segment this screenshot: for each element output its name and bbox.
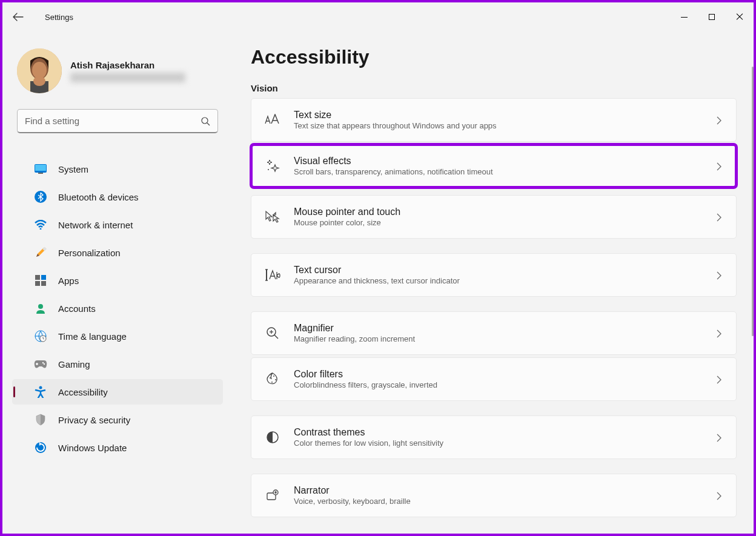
- user-name: Atish Rajasekharan: [70, 60, 185, 70]
- card-narrator[interactable]: Narrator Voice, verbosity, keyboard, bra…: [251, 474, 737, 517]
- svg-point-35: [275, 379, 276, 380]
- window-title: Settings: [45, 13, 73, 22]
- sidebar-item-windows-update[interactable]: Windows Update: [12, 435, 223, 460]
- text-cursor-icon: [265, 267, 280, 283]
- sidebar-item-label: Accounts: [58, 303, 96, 314]
- card-subtitle: Scroll bars, transparency, animations, n…: [294, 167, 717, 176]
- personalization-icon: [34, 246, 47, 259]
- sidebar: Atish Rajasekharan System: [2, 31, 233, 534]
- page-title: Accessibility: [251, 46, 737, 68]
- text-size-icon: [265, 112, 280, 128]
- svg-rect-15: [35, 281, 40, 286]
- svg-line-6: [207, 123, 210, 125]
- sidebar-item-label: System: [58, 164, 88, 174]
- card-text-size[interactable]: Text size Text size that appears through…: [251, 98, 737, 142]
- sidebar-item-label: Windows Update: [58, 443, 127, 453]
- chevron-right-icon: [717, 162, 724, 170]
- maximize-button[interactable]: [698, 8, 726, 26]
- chevron-right-icon: [717, 271, 724, 279]
- card-visual-effects[interactable]: Visual effects Scroll bars, transparency…: [251, 144, 737, 188]
- svg-point-33: [270, 377, 271, 379]
- back-button[interactable]: [2, 2, 34, 31]
- scrollbar[interactable]: [752, 67, 754, 336]
- chevron-right-icon: [717, 213, 724, 220]
- sidebar-item-label: Personalization: [58, 248, 121, 258]
- sidebar-item-personalization[interactable]: Personalization: [12, 240, 223, 265]
- gaming-icon: [34, 357, 47, 371]
- card-title: Narrator: [294, 485, 717, 496]
- color-filters-icon: [265, 371, 280, 387]
- card-title: Magnifier: [294, 323, 717, 334]
- user-profile[interactable]: Atish Rajasekharan: [2, 48, 233, 109]
- svg-point-11: [40, 228, 42, 230]
- svg-rect-14: [41, 275, 46, 280]
- system-icon: [34, 162, 47, 176]
- card-title: Visual effects: [294, 156, 717, 167]
- card-subtitle: Color themes for low vision, light sensi…: [294, 438, 717, 448]
- card-subtitle: Mouse pointer color, size: [294, 218, 717, 227]
- visual-effects-icon: [265, 158, 280, 174]
- card-title: Text size: [294, 110, 717, 121]
- card-subtitle: Magnifier reading, zoom increment: [294, 334, 717, 343]
- time-language-icon: [34, 329, 47, 343]
- windows-update-icon: [34, 441, 47, 454]
- svg-point-36: [271, 382, 273, 383]
- svg-point-22: [44, 363, 45, 365]
- apps-icon: [34, 274, 47, 287]
- narrator-icon: [265, 488, 280, 503]
- search-icon: [201, 116, 210, 126]
- svg-point-25: [268, 169, 269, 170]
- chevron-right-icon: [717, 329, 724, 337]
- back-arrow-icon: [13, 13, 24, 21]
- maximize-icon: [709, 14, 715, 20]
- chevron-right-icon: [717, 492, 724, 499]
- contrast-icon: [265, 429, 280, 445]
- sidebar-item-apps[interactable]: Apps: [12, 268, 223, 293]
- bluetooth-icon: [34, 190, 47, 203]
- sidebar-item-accessibility[interactable]: Accessibility: [12, 379, 223, 405]
- nav-list: System Bluetooth & devices Network & int…: [2, 143, 233, 460]
- sidebar-item-system[interactable]: System: [12, 156, 223, 182]
- svg-rect-9: [38, 173, 43, 174]
- sidebar-item-label: Privacy & security: [58, 415, 130, 425]
- section-header: Vision: [251, 83, 737, 93]
- sidebar-item-bluetooth[interactable]: Bluetooth & devices: [12, 184, 223, 210]
- svg-point-21: [42, 362, 44, 363]
- search-box[interactable]: [17, 109, 218, 133]
- card-list: Text size Text size that appears through…: [251, 98, 737, 520]
- sidebar-item-accounts[interactable]: Accounts: [12, 296, 223, 321]
- svg-point-2: [32, 62, 47, 79]
- svg-point-5: [202, 117, 208, 124]
- accessibility-icon: [34, 385, 47, 399]
- card-title: Color filters: [294, 369, 717, 380]
- sidebar-item-label: Time & language: [58, 331, 127, 342]
- minimize-button[interactable]: [670, 8, 698, 26]
- svg-rect-16: [41, 281, 46, 286]
- sidebar-item-time-language[interactable]: Time & language: [12, 323, 223, 349]
- card-title: Text cursor: [294, 265, 717, 276]
- chevron-right-icon: [717, 434, 724, 441]
- card-magnifier[interactable]: Magnifier Magnifier reading, zoom increm…: [251, 311, 737, 355]
- privacy-icon: [34, 413, 47, 426]
- chevron-right-icon: [717, 116, 724, 124]
- avatar: [17, 48, 62, 93]
- magnifier-icon: [265, 325, 280, 341]
- sidebar-item-privacy[interactable]: Privacy & security: [12, 407, 223, 432]
- content-area: Accessibility Vision Text size Text size…: [233, 31, 754, 534]
- sidebar-item-label: Bluetooth & devices: [58, 192, 139, 202]
- card-contrast-themes[interactable]: Contrast themes Color themes for low vis…: [251, 415, 737, 459]
- card-mouse-pointer[interactable]: Mouse pointer and touch Mouse pointer co…: [251, 195, 737, 239]
- search-input[interactable]: [25, 116, 201, 126]
- card-text-cursor[interactable]: Text cursor Appearance and thickness, te…: [251, 253, 737, 297]
- sidebar-item-gaming[interactable]: Gaming: [12, 351, 223, 377]
- card-subtitle: Text size that appears throughout Window…: [294, 121, 717, 130]
- sidebar-item-network[interactable]: Network & internet: [12, 212, 223, 237]
- sidebar-item-label: Apps: [58, 276, 79, 286]
- svg-point-17: [38, 304, 43, 309]
- close-button[interactable]: [726, 8, 754, 26]
- chevron-right-icon: [717, 376, 724, 383]
- card-subtitle: Colorblindness filters, grayscale, inver…: [294, 380, 717, 389]
- card-subtitle: Appearance and thickness, text cursor in…: [294, 276, 717, 285]
- card-color-filters[interactable]: Color filters Colorblindness filters, gr…: [251, 357, 737, 401]
- titlebar: Settings: [2, 2, 754, 31]
